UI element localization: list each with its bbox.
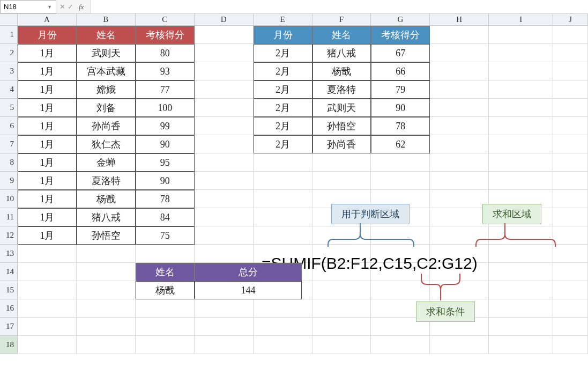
row-header-17[interactable]: 17 (0, 318, 18, 336)
cell-D11[interactable] (195, 208, 254, 226)
cell-A10[interactable]: 1月 (18, 190, 77, 208)
cell-E8[interactable] (254, 153, 312, 172)
cell-B4[interactable]: 嫦娥 (77, 80, 136, 99)
cell-A2[interactable]: 1月 (18, 44, 77, 62)
cell-E17[interactable] (254, 318, 312, 336)
cell-F16[interactable] (312, 299, 371, 318)
cell-D7[interactable] (195, 135, 254, 153)
cell-J5[interactable] (553, 99, 588, 117)
col-header-C[interactable]: C (136, 14, 195, 26)
cell-J14[interactable] (553, 263, 588, 281)
cell-H10[interactable] (430, 190, 489, 208)
cell-C15[interactable]: 杨戬 (136, 281, 195, 299)
cell-G4[interactable]: 79 (371, 80, 430, 99)
cell-I2[interactable] (489, 44, 553, 62)
cell-I1[interactable] (489, 26, 553, 44)
row-header-11[interactable]: 11 (0, 208, 18, 226)
cell-F2[interactable]: 猪八戒 (312, 44, 371, 62)
cell-C17[interactable] (136, 318, 195, 336)
row-header-9[interactable]: 9 (0, 172, 18, 190)
cell-D17[interactable] (195, 318, 254, 336)
cell-D14[interactable]: 总分 (195, 263, 302, 281)
cell-I18[interactable] (489, 336, 553, 354)
cell-D2[interactable] (195, 44, 254, 62)
cell-C10[interactable]: 78 (136, 190, 195, 208)
cell-A11[interactable]: 1月 (18, 208, 77, 226)
cell-I8[interactable] (489, 153, 553, 172)
cell-C9[interactable]: 90 (136, 172, 195, 190)
row-header-3[interactable]: 3 (0, 62, 18, 80)
cell-J13[interactable] (553, 245, 588, 263)
cell-H7[interactable] (430, 135, 489, 153)
cell-B12[interactable]: 孙悟空 (77, 226, 136, 245)
cell-H4[interactable] (430, 80, 489, 99)
cell-B8[interactable]: 金蝉 (77, 153, 136, 172)
cell-A3[interactable]: 1月 (18, 62, 77, 80)
cell-A1[interactable]: 月份 (18, 26, 77, 44)
cell-E10[interactable] (254, 190, 312, 208)
cell-B1[interactable]: 姓名 (77, 26, 136, 44)
cell-G1[interactable]: 考核得分 (371, 26, 430, 44)
cell-G5[interactable]: 90 (371, 99, 430, 117)
cell-A8[interactable]: 1月 (18, 153, 77, 172)
cell-H2[interactable] (430, 44, 489, 62)
cell-B2[interactable]: 武则天 (77, 44, 136, 62)
cell-J8[interactable] (553, 153, 588, 172)
cell-F6[interactable]: 孙悟空 (312, 117, 371, 135)
cell-E3[interactable]: 2月 (254, 62, 312, 80)
cell-B11[interactable]: 猪八戒 (77, 208, 136, 226)
cell-F15[interactable] (312, 281, 371, 299)
cell-J3[interactable] (553, 62, 588, 80)
cell-E9[interactable] (254, 172, 312, 190)
cell-B9[interactable]: 夏洛特 (77, 172, 136, 190)
row-header-18[interactable]: 18 (0, 336, 18, 354)
cell-E16[interactable] (254, 299, 312, 318)
cell-I17[interactable] (489, 318, 553, 336)
cell-G8[interactable] (371, 153, 430, 172)
col-header-G[interactable]: G (371, 14, 430, 26)
cell-B16[interactable] (77, 299, 136, 318)
col-header-E[interactable]: E (254, 14, 312, 26)
cell-I5[interactable] (489, 99, 553, 117)
cell-F9[interactable] (312, 172, 371, 190)
cell-A4[interactable]: 1月 (18, 80, 77, 99)
cell-J9[interactable] (553, 172, 588, 190)
cell-D3[interactable] (195, 62, 254, 80)
cell-J4[interactable] (553, 80, 588, 99)
cell-A6[interactable]: 1月 (18, 117, 77, 135)
col-header-J[interactable]: J (553, 14, 588, 26)
cell-F3[interactable]: 杨戬 (312, 62, 371, 80)
select-all-corner[interactable] (0, 14, 18, 26)
cell-C12[interactable]: 75 (136, 226, 195, 245)
cell-A12[interactable]: 1月 (18, 226, 77, 245)
cell-D12[interactable] (195, 226, 254, 245)
cell-F8[interactable] (312, 153, 371, 172)
cell-J17[interactable] (553, 318, 588, 336)
row-header-2[interactable]: 2 (0, 44, 18, 62)
cell-C11[interactable]: 84 (136, 208, 195, 226)
cell-H1[interactable] (430, 26, 489, 44)
cell-H18[interactable] (430, 336, 489, 354)
check-icon[interactable]: ✓ (68, 3, 73, 11)
cell-A16[interactable] (18, 299, 77, 318)
cell-I14[interactable] (489, 263, 553, 281)
row-header-1[interactable]: 1 (0, 26, 18, 44)
cell-H9[interactable] (430, 172, 489, 190)
cell-E18[interactable] (254, 336, 312, 354)
cell-J7[interactable] (553, 135, 588, 153)
cell-J6[interactable] (553, 117, 588, 135)
cell-C8[interactable]: 95 (136, 153, 195, 172)
cell-J16[interactable] (553, 299, 588, 318)
cell-A18[interactable] (18, 336, 77, 354)
cell-B7[interactable]: 狄仁杰 (77, 135, 136, 153)
row-header-13[interactable]: 13 (0, 245, 18, 263)
cell-G7[interactable]: 62 (371, 135, 430, 153)
cell-D10[interactable] (195, 190, 254, 208)
cell-D5[interactable] (195, 99, 254, 117)
cell-H5[interactable] (430, 99, 489, 117)
cell-B5[interactable]: 刘备 (77, 99, 136, 117)
col-header-A[interactable]: A (18, 14, 77, 26)
cell-B18[interactable] (77, 336, 136, 354)
cell-C5[interactable]: 100 (136, 99, 195, 117)
cell-D6[interactable] (195, 117, 254, 135)
